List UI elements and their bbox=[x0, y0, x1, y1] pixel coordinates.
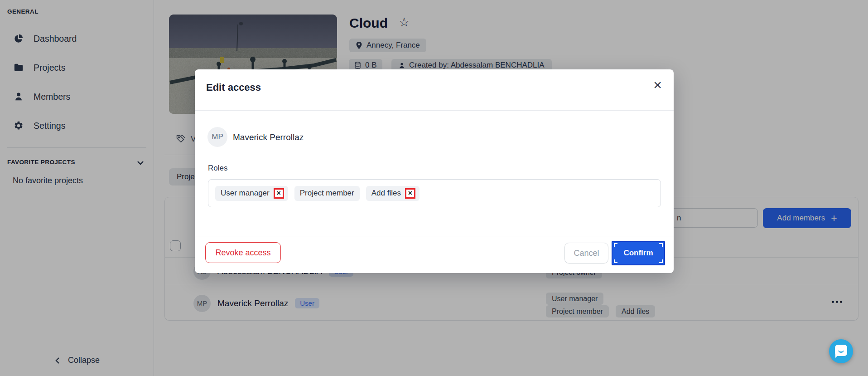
roles-label: Roles bbox=[208, 164, 227, 173]
app: GENERAL Dashboard Projects Members Setti… bbox=[0, 0, 868, 376]
role-chip-label: User manager bbox=[221, 189, 270, 198]
avatar: MP bbox=[207, 127, 227, 147]
role-chip: Project member bbox=[294, 186, 360, 201]
edit-access-modal: Edit access × MP Maverick Perrollaz Role… bbox=[195, 69, 674, 273]
chat-smile-icon bbox=[838, 350, 844, 353]
confirm-button[interactable]: Confirm bbox=[612, 241, 665, 265]
chat-launcher-button[interactable] bbox=[829, 339, 853, 363]
roles-multiselect[interactable]: User manager × Project member Add files … bbox=[208, 179, 661, 207]
modal-header-divider bbox=[195, 110, 674, 111]
modal-user-name: Maverick Perrollaz bbox=[233, 131, 304, 143]
close-icon[interactable]: × bbox=[653, 78, 662, 92]
modal-title: Edit access bbox=[206, 82, 261, 93]
confirm-label: Confirm bbox=[623, 249, 653, 258]
role-chip: User manager × bbox=[215, 186, 288, 201]
role-chip-label: Project member bbox=[300, 189, 354, 198]
revoke-access-button[interactable]: Revoke access bbox=[205, 242, 281, 263]
chat-bubble-icon bbox=[835, 345, 847, 356]
role-chip-label: Add files bbox=[371, 189, 401, 198]
remove-role-icon[interactable]: × bbox=[405, 188, 415, 199]
role-chip: Add files × bbox=[366, 186, 420, 201]
modal-footer-divider bbox=[195, 236, 674, 236]
remove-role-icon[interactable]: × bbox=[274, 188, 284, 199]
cancel-button[interactable]: Cancel bbox=[564, 243, 608, 264]
